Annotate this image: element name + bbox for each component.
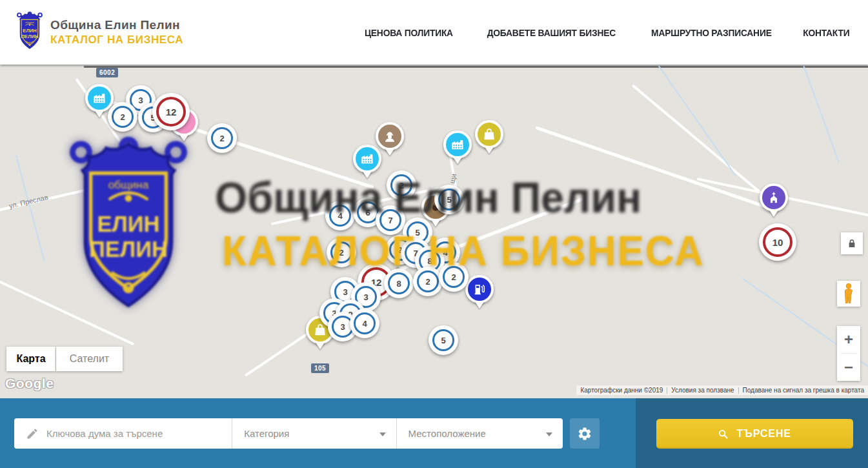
- bag-icon: [475, 120, 503, 148]
- municipality-crest-logo: община ЕЛИН ПЕЛИН: [14, 12, 45, 53]
- gear-icon: [577, 426, 592, 442]
- road-shield: 6002: [96, 68, 118, 77]
- pin-tail: [94, 110, 105, 117]
- pin-tail: [474, 301, 485, 309]
- map-pin-factory[interactable]: [85, 84, 114, 112]
- search-field-group: Категория Местоположение: [14, 418, 563, 449]
- svg-text:ПЕЛИН: ПЕЛИН: [89, 237, 168, 261]
- header: община ЕЛИН ПЕЛИН Община Елин Пелин КАТА…: [0, 0, 868, 65]
- zoom-in-button[interactable]: +: [837, 326, 860, 353]
- page: община ЕЛИН ПЕЛИН Община Елин Пелин КАТА…: [0, 0, 868, 468]
- advanced-settings-button[interactable]: [570, 418, 600, 449]
- factory-icon: [443, 130, 472, 159]
- nav-add-business[interactable]: ДОБАВЕТЕ ВАШИЯТ БИЗНЕС: [487, 27, 616, 38]
- map-cluster-marker[interactable]: 2: [108, 102, 137, 132]
- nav-pricing[interactable]: ЦЕНОВА ПОЛИТИКА: [365, 27, 453, 38]
- watermark-crest: община ЕЛИН ПЕЛИН: [50, 137, 207, 325]
- church-icon: [760, 183, 788, 212]
- watermark-subtitle: КАТАЛОГ НА БИЗНЕСА: [222, 227, 705, 275]
- watermark-title: Община Елин Пелин: [215, 173, 641, 222]
- map-zoom-control: + −: [837, 326, 860, 381]
- factory-icon: [85, 84, 114, 112]
- brand-logo[interactable]: община ЕЛИН ПЕЛИН Община Елин Пелин КАТА…: [14, 12, 183, 53]
- keyword-section: [14, 418, 232, 449]
- svg-text:ЕЛИН: ЕЛИН: [97, 212, 159, 236]
- attribution-report-error-link[interactable]: Подаване на сигнал за грешка в картата: [739, 387, 868, 394]
- chevron-down-icon: [546, 432, 552, 436]
- cluster-count: 10: [763, 227, 792, 257]
- search-panel: Категория Местоположение ТЪРСЕНЕ: [0, 398, 868, 468]
- map-river: [658, 65, 736, 176]
- svg-text:ЕЛИН: ЕЛИН: [23, 28, 36, 34]
- attribution-copyright: Картографски данни ©2019: [576, 387, 667, 394]
- location-dropdown[interactable]: Местоположение: [397, 418, 563, 449]
- search-button[interactable]: ТЪРСЕНЕ: [656, 419, 853, 449]
- map-river: [15, 156, 45, 262]
- map-type-satellite-button[interactable]: Сателит: [56, 347, 123, 371]
- pin-tail: [484, 146, 494, 154]
- cluster-count: 2: [211, 127, 233, 149]
- lock-icon: [847, 238, 857, 249]
- cluster-count: 12: [156, 97, 186, 127]
- cluster-count: 2: [112, 106, 134, 128]
- map-attribution: Картографски данни ©2019 Условия за полз…: [576, 385, 868, 395]
- map-type-map-button[interactable]: Карта: [6, 347, 56, 371]
- map-pin-worker[interactable]: [376, 122, 404, 150]
- map-cluster-marker[interactable]: 10: [759, 223, 796, 261]
- map-cluster-marker[interactable]: 2: [207, 123, 237, 153]
- pegman-icon: [842, 283, 856, 305]
- google-logo[interactable]: Google: [5, 376, 54, 391]
- map-lock-button[interactable]: [841, 232, 863, 254]
- zoom-out-button[interactable]: −: [837, 354, 860, 381]
- pencil-icon: [26, 427, 39, 440]
- map-cluster-marker[interactable]: 4: [350, 309, 379, 338]
- cluster-count: 4: [354, 312, 376, 334]
- worker-icon: [376, 122, 404, 150]
- category-dropdown-label: Категория: [244, 428, 289, 439]
- attribution-terms-link[interactable]: Условия за ползване: [667, 387, 738, 394]
- site-subtitle: КАТАЛОГ НА БИЗНЕСА: [50, 34, 183, 46]
- google-map[interactable]: ул. Преславбул. „Новоселщи 6002105 общин…: [0, 65, 868, 398]
- site-title: Община Елин Пелин: [50, 18, 183, 32]
- street-label: ул. Преслав: [8, 193, 49, 210]
- fuel-icon: [465, 275, 494, 303]
- search-icon: [718, 429, 729, 440]
- nav-contacts[interactable]: КОНТАКТИ: [803, 27, 850, 38]
- pin-tail: [315, 341, 325, 349]
- map-type-control: Карта Сателит: [6, 347, 123, 371]
- nav-route-schedule[interactable]: МАРШРУТНО РАЗПИСАНИЕ: [651, 27, 772, 38]
- street-view-pegman[interactable]: [837, 281, 860, 307]
- map-railway: [84, 66, 868, 68]
- map-pin-bag[interactable]: [475, 120, 503, 148]
- cluster-count: 5: [432, 329, 454, 351]
- map-cluster-marker[interactable]: 5: [429, 325, 458, 355]
- pin-tail: [769, 209, 779, 217]
- location-dropdown-label: Местоположение: [409, 428, 486, 439]
- road-shield: 105: [311, 363, 329, 373]
- map-pin-fuel[interactable]: [465, 275, 494, 303]
- svg-text:община: община: [25, 21, 35, 24]
- svg-text:община: община: [108, 178, 149, 191]
- map-river: [803, 65, 840, 163]
- svg-text:ПЕЛИН: ПЕЛИН: [21, 34, 39, 39]
- main-nav: ЦЕНОВА ПОЛИТИКА ДОБАВЕТЕ ВАШИЯТ БИЗНЕС М…: [361, 0, 852, 65]
- map-pin-factory[interactable]: [443, 130, 472, 159]
- keyword-search-input[interactable]: [46, 428, 232, 439]
- map-cluster-marker[interactable]: 12: [152, 93, 190, 130]
- map-pin-church[interactable]: [760, 183, 788, 212]
- pin-tail: [452, 156, 463, 164]
- cluster-count: 8: [388, 272, 410, 294]
- pin-tail: [385, 148, 395, 156]
- search-button-label: ТЪРСЕНЕ: [736, 427, 791, 440]
- category-dropdown[interactable]: Категория: [232, 418, 396, 449]
- chevron-down-icon: [379, 432, 386, 436]
